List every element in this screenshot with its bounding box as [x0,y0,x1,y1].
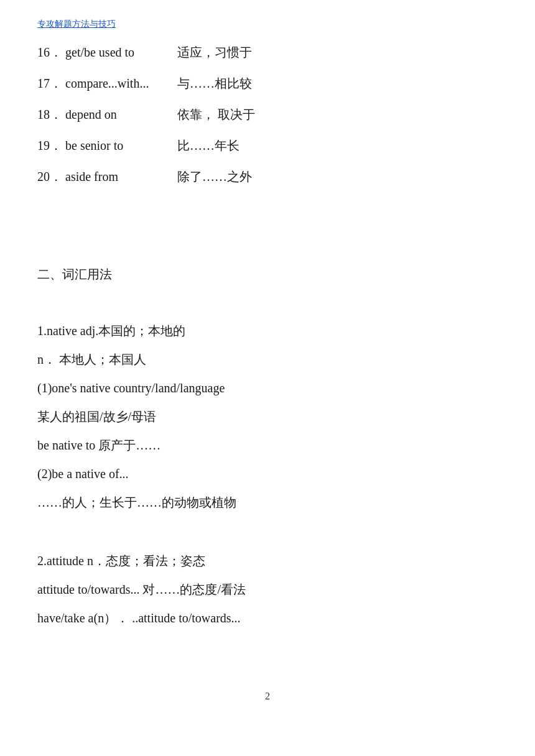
vocab-container: 1.native adj.本国的；本地的n． 本地人；本国人(1)one's n… [37,320,498,666]
vocab-line: ……的人；生长于……的动物或植物 [37,492,498,513]
vocab-block-attitude: 2.attitude n．态度；看法；姿态attitude to/towards… [37,550,498,629]
vocab-line: 某人的祖国/故乡/母语 [37,406,498,427]
phrase-item: 16． get/be used to 适应，习惯于 [37,42,498,62]
vocab-line: (1)one's native country/land/language [37,377,498,399]
vocab-block-native: 1.native adj.本国的；本地的n． 本地人；本国人(1)one's n… [37,320,498,513]
header-link[interactable]: 专攻解题方法与技巧 [37,19,498,30]
phrase-num: 19． [37,136,65,155]
vocab-line: have/take a(n）． ..attitude to/towards... [37,607,498,629]
phrase-en: be senior to [65,136,177,155]
phrase-en: depend on [65,104,177,124]
vocab-line: (2)be a native of... [37,463,498,484]
vocab-title-native: 1.native adj.本国的；本地的 [37,320,498,341]
phrase-num: 16． [37,42,65,62]
phrase-item: 19． be senior to 比……年长 [37,136,498,155]
phrase-num: 17． [37,73,65,93]
vocab-line: attitude to/towards... 对……的态度/看法 [37,579,498,600]
vocab-line: n． 本地人；本国人 [37,349,498,370]
phrase-list: 16． get/be used to 适应，习惯于 17． compare...… [37,42,498,187]
phrase-en: get/be used to [65,42,177,62]
section2-title: 二、词汇用法 [37,266,498,283]
phrase-item: 20． aside from 除了……之外 [37,167,498,187]
phrase-cn: 适应，习惯于 [177,42,252,62]
phrase-item: 18． depend on 依靠， 取决于 [37,104,498,124]
vocab-title-attitude: 2.attitude n．态度；看法；姿态 [37,550,498,571]
phrase-num: 18． [37,104,65,124]
phrase-num: 20． [37,167,65,187]
phrase-en: aside from [65,167,177,187]
phrase-cn: 除了……之外 [177,167,252,187]
vocab-line: be native to 原产于…… [37,435,498,456]
phrase-en: compare...with... [65,73,177,93]
phrase-item: 17． compare...with... 与……相比较 [37,73,498,93]
phrase-cn: 依靠， 取决于 [177,104,255,124]
phrase-cn: 比……年长 [177,136,240,155]
phrase-cn: 与……相比较 [177,73,252,93]
page-number: 2 [37,691,498,702]
